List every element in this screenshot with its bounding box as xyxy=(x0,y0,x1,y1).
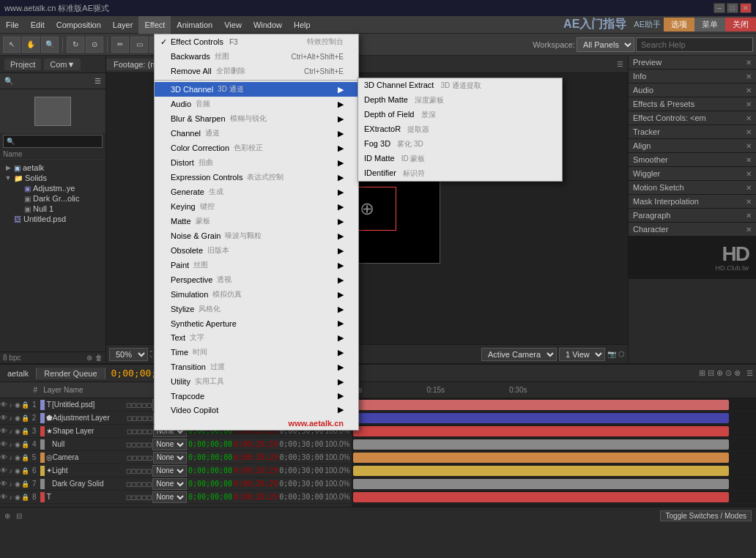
menu-distort[interactable]: Distort 扭曲 ▶ xyxy=(155,155,358,170)
menu-3d-channel[interactable]: 3D Channel 3D 通道 ▶ xyxy=(155,82,358,97)
toolbar-hand[interactable]: ✋ xyxy=(22,37,40,53)
menu-audio[interactable]: Audio 音频 ▶ xyxy=(155,97,358,111)
mask-interpolation-close[interactable]: ✕ xyxy=(746,198,752,206)
timeline-ctrl1[interactable]: ⊞ xyxy=(699,368,705,378)
solo-icon[interactable]: ◉ xyxy=(14,494,21,501)
help-button[interactable]: 选项 xyxy=(664,18,694,31)
switch4[interactable]: ◻ xyxy=(142,428,147,435)
menu-stylize[interactable]: Stylize 风格化 ▶ xyxy=(155,302,358,316)
tree-item-solids[interactable]: ▼ 📁 Solids xyxy=(1,173,104,183)
tab-render-queue[interactable]: Render Queue xyxy=(37,368,105,379)
track-bar[interactable] xyxy=(353,453,729,463)
switch2[interactable]: ◻ xyxy=(132,454,137,461)
switch4[interactable]: ◻ xyxy=(141,494,147,501)
tree-item-aetalk[interactable]: ▶ ▣ aetalk xyxy=(1,163,104,173)
switch4[interactable]: ◻ xyxy=(141,401,147,409)
submenu-fog3d[interactable]: Fog 3D 雾化 3D xyxy=(358,137,562,152)
parent-select[interactable]: None xyxy=(152,478,187,490)
lock-icon[interactable]: 🔒 xyxy=(21,428,29,435)
eye-icon[interactable]: 👁 xyxy=(0,440,7,448)
effects-presets-close[interactable]: ✕ xyxy=(746,100,752,108)
switch5[interactable]: ◻ xyxy=(147,428,153,435)
effects-presets-header[interactable]: Effects & Presets ✕ xyxy=(629,97,756,111)
menu-generate[interactable]: Generate 生成 ▶ xyxy=(155,185,358,199)
search-icon[interactable]: 🔍 xyxy=(3,77,15,85)
menu-effect-controls[interactable]: ✓ Effect Controls F3 特效控制台 xyxy=(155,34,358,49)
audio-icon[interactable]: ♪ xyxy=(7,494,14,501)
menu-videocopilot[interactable]: Video Copilot ▶ xyxy=(155,403,358,417)
lock-icon[interactable]: 🔒 xyxy=(21,441,29,448)
align-close[interactable]: ✕ xyxy=(746,142,752,150)
motion-sketch-close[interactable]: ✕ xyxy=(746,184,752,192)
track-bar[interactable] xyxy=(353,439,729,450)
timeline-ctrl5[interactable]: ⊗ xyxy=(734,368,741,378)
align-header[interactable]: Align ✕ xyxy=(629,139,756,152)
solo-icon[interactable]: ◉ xyxy=(14,414,21,422)
eye-icon[interactable]: 👁 xyxy=(0,453,7,461)
track-bar[interactable] xyxy=(353,413,729,423)
menu-keying[interactable]: Keying 键控 ▶ xyxy=(155,199,358,214)
eye-icon[interactable]: 👁 xyxy=(0,427,7,435)
menu-backwards[interactable]: Backwards 丝图 Ctrl+Alt+Shift+E xyxy=(155,49,358,64)
toggle-switches-button[interactable]: Toggle Switches / Modes xyxy=(660,510,752,521)
switch5[interactable]: ◻ xyxy=(147,441,152,448)
layer-row[interactable]: 👁 ♪ ◉ 🔒 5 ◎ Camera ◻ ◻ ◻ ◻ ◻ None 0;00;0… xyxy=(0,451,352,464)
menu-window[interactable]: Window xyxy=(248,16,288,34)
menu-text[interactable]: Text 文字 ▶ xyxy=(155,330,358,345)
menu-channel[interactable]: Channel 通道 ▶ xyxy=(155,126,358,141)
menu-paint[interactable]: Paint 丝图 ▶ xyxy=(155,258,358,272)
switch1[interactable]: ◻ xyxy=(127,428,132,435)
menu-file[interactable]: File xyxy=(0,16,25,34)
switch2[interactable]: ◻ xyxy=(132,414,137,422)
menu-blur[interactable]: Blur & Sharpen 模糊与锐化 ▶ xyxy=(155,111,358,126)
tree-item-null[interactable]: ▣ Null 1 xyxy=(1,204,104,214)
preview-header[interactable]: Preview ✕ xyxy=(629,56,756,69)
switch4[interactable]: ◻ xyxy=(141,441,147,448)
toolbar-camera[interactable]: ⊙ xyxy=(86,37,103,53)
mask-interpolation-header[interactable]: Mask Interpolation ✕ xyxy=(629,195,756,208)
menu-expression[interactable]: Expression Controls 表达式控制 ▶ xyxy=(155,170,358,185)
switch1[interactable]: ◻ xyxy=(126,401,131,409)
switch2[interactable]: ◻ xyxy=(131,441,136,448)
switch2[interactable]: ◻ xyxy=(131,467,136,475)
panel-menu-icon[interactable]: ☰ xyxy=(93,77,103,85)
lock-icon[interactable]: 🔒 xyxy=(21,414,29,422)
toolbar-arrow[interactable]: ↖ xyxy=(3,37,21,53)
switch1[interactable]: ◻ xyxy=(126,467,131,475)
layer-row[interactable]: 👁 ♪ ◉ 🔒 7 Dark Gray Solid ◻ ◻ ◻ ◻ ◻ None… xyxy=(0,477,352,491)
menu-transition[interactable]: Transition 过渡 ▶ xyxy=(155,360,358,374)
audio-close[interactable]: ✕ xyxy=(746,86,752,94)
track-bar[interactable] xyxy=(353,479,729,489)
smoother-header[interactable]: Smoother ✕ xyxy=(629,153,756,166)
track-bar[interactable] xyxy=(353,466,729,476)
menu-color-correction[interactable]: Color Correction 色彩校正 ▶ xyxy=(155,141,358,155)
timeline-ctrl2[interactable]: ⊟ xyxy=(708,368,714,378)
submenu-identifier[interactable]: IDentifier 标识符 xyxy=(358,166,562,181)
menu-synthetic[interactable]: Synthetic Aperture ▶ xyxy=(155,316,358,330)
submenu-extract[interactable]: 3D Channel Extract 3D 通道提取 xyxy=(358,78,562,93)
paragraph-header[interactable]: Paragraph ✕ xyxy=(629,209,756,222)
switch2[interactable]: ◻ xyxy=(131,494,136,501)
switch3[interactable]: ◻ xyxy=(137,454,142,461)
paragraph-close[interactable]: ✕ xyxy=(746,212,752,220)
search-input[interactable] xyxy=(636,37,753,52)
switch3[interactable]: ◻ xyxy=(137,414,142,422)
tab-aetalk[interactable]: aetalk xyxy=(0,368,37,379)
switch5[interactable]: ◻ xyxy=(147,414,153,422)
eye-icon[interactable]: 👁 xyxy=(0,466,7,475)
audio-icon[interactable]: ♪ xyxy=(7,480,14,488)
layer-row[interactable]: 👁 ♪ ◉ 🔒 6 ✦ Light ◻ ◻ ◻ ◻ ◻ None 0;00;00… xyxy=(0,464,352,477)
tree-item-psd[interactable]: 🖼 Untitled.psd xyxy=(1,214,104,224)
audio-icon[interactable]: ♪ xyxy=(7,401,14,409)
submenu-depth-field[interactable]: Depth of Field 景深 xyxy=(358,108,562,122)
switch3[interactable]: ◻ xyxy=(136,480,141,488)
switch3[interactable]: ◻ xyxy=(136,467,141,475)
menu-noise[interactable]: Noise & Grain 噪波与颗粒 ▶ xyxy=(155,228,358,243)
menu-button[interactable]: 菜单 xyxy=(694,18,725,31)
switch2[interactable]: ◻ xyxy=(131,401,136,409)
timeline-ctrl3[interactable]: ⊕ xyxy=(716,368,723,378)
switch3[interactable]: ◻ xyxy=(136,494,141,501)
info-close[interactable]: ✕ xyxy=(746,72,752,81)
lock-icon[interactable]: 🔒 xyxy=(21,401,29,409)
effect-controls-header[interactable]: Effect Controls: <em ✕ xyxy=(629,111,756,124)
